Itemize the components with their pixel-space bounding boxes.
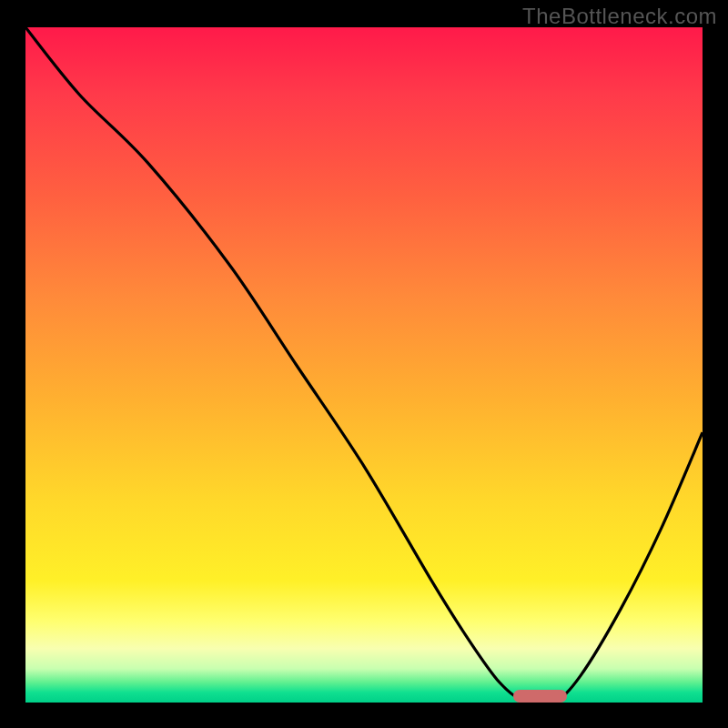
chart-curve-svg [25,27,703,703]
chart-plot-area [25,27,703,703]
watermark-text: TheBottleneck.com [522,4,717,29]
optimum-marker [513,690,568,703]
bottleneck-curve [25,27,703,703]
